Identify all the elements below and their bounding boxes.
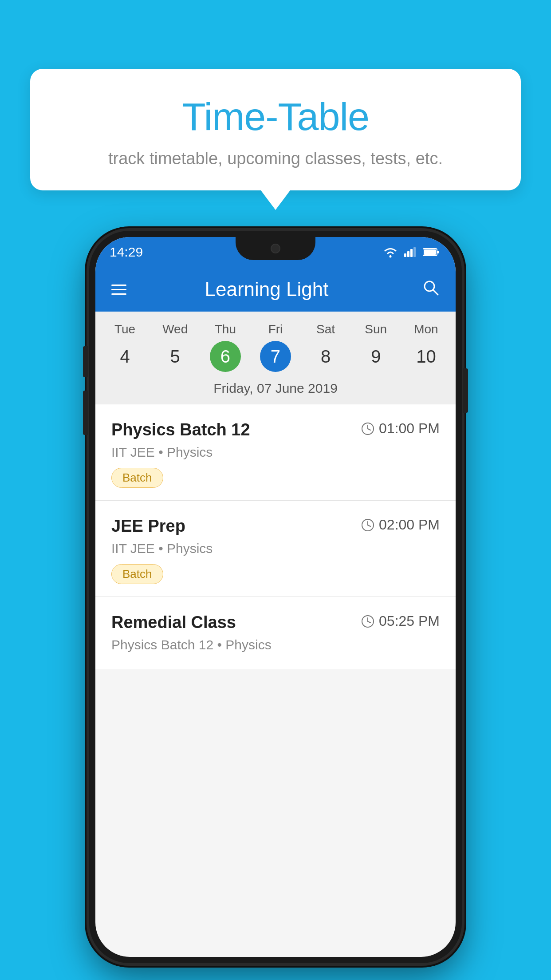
search-icon[interactable] (422, 279, 440, 300)
menu-line-2 (111, 289, 126, 290)
schedule-item-2-header: JEE Prep 02:00 PM (111, 517, 440, 536)
tooltip-subtitle: track timetable, upcoming classes, tests… (52, 149, 499, 168)
schedule-item-3-header: Remedial Class 05:25 PM (111, 613, 440, 632)
status-icons (383, 246, 440, 258)
svg-rect-2 (407, 251, 409, 257)
day-col-sun[interactable]: Sun 9 (354, 322, 398, 372)
phone-notch (236, 237, 315, 260)
battery-icon (423, 248, 440, 257)
day-number-fri: 7 (260, 341, 291, 372)
schedule-item-3-time-text: 05:25 PM (379, 613, 440, 629)
day-name-thu: Thu (215, 322, 236, 336)
svg-rect-1 (404, 253, 406, 257)
schedule-item-1[interactable]: Physics Batch 12 01:00 PM IIT JEE • Phys… (95, 404, 456, 501)
schedule-item-1-time-text: 01:00 PM (379, 420, 440, 437)
schedule-item-1-time: 01:00 PM (361, 420, 440, 437)
power-button (463, 368, 468, 413)
day-col-fri[interactable]: Fri 7 (253, 322, 298, 372)
schedule-item-2-title: JEE Prep (111, 517, 185, 536)
tooltip-card: Time-Table track timetable, upcoming cla… (30, 69, 521, 190)
front-camera (271, 244, 280, 253)
selected-date-label: Friday, 07 June 2019 (95, 372, 456, 404)
day-name-sun: Sun (365, 322, 387, 336)
signal-icon (404, 247, 417, 257)
wifi-icon (383, 246, 398, 258)
day-number-tue: 4 (110, 341, 141, 372)
clock-icon-2 (361, 518, 374, 532)
day-number-wed: 5 (160, 341, 191, 372)
day-name-mon: Mon (414, 322, 438, 336)
day-col-sat[interactable]: Sat 8 (303, 322, 348, 372)
phone-mockup: 14:29 (89, 231, 462, 963)
schedule-item-1-badge: Batch (111, 468, 163, 488)
app-title: Learning Light (126, 278, 407, 300)
svg-rect-6 (437, 251, 439, 253)
vol-down-button (83, 391, 88, 435)
schedule-item-1-title: Physics Batch 12 (111, 420, 250, 439)
app-header: Learning Light (95, 267, 456, 312)
svg-line-9 (433, 290, 438, 295)
status-time: 14:29 (110, 245, 143, 260)
schedule-list: Physics Batch 12 01:00 PM IIT JEE • Phys… (95, 404, 456, 669)
tooltip-title: Time-Table (52, 95, 499, 138)
schedule-item-2[interactable]: JEE Prep 02:00 PM IIT JEE • Physics Batc… (95, 501, 456, 597)
menu-line-3 (111, 293, 126, 295)
day-number-sun: 9 (360, 341, 391, 372)
schedule-item-1-header: Physics Batch 12 01:00 PM (111, 420, 440, 439)
svg-rect-3 (410, 249, 413, 257)
svg-line-12 (368, 429, 370, 430)
menu-button[interactable] (111, 285, 126, 295)
svg-point-0 (390, 256, 392, 258)
schedule-item-2-time: 02:00 PM (361, 517, 440, 533)
svg-rect-7 (424, 249, 436, 255)
day-col-mon[interactable]: Mon 10 (404, 322, 448, 372)
schedule-item-3-title: Remedial Class (111, 613, 236, 632)
day-col-tue[interactable]: Tue 4 (103, 322, 147, 372)
day-number-sat: 8 (310, 341, 341, 372)
clock-icon-1 (361, 422, 374, 435)
phone-screen: 14:29 (95, 237, 456, 957)
day-name-sat: Sat (316, 322, 335, 336)
menu-line-1 (111, 285, 126, 286)
phone-bezel: 14:29 (89, 231, 462, 963)
schedule-item-3[interactable]: Remedial Class 05:25 PM Physics Batch 12… (95, 597, 456, 669)
vol-up-button (83, 346, 88, 377)
schedule-item-2-time-text: 02:00 PM (379, 517, 440, 533)
day-number-thu: 6 (210, 341, 241, 372)
day-col-wed[interactable]: Wed 5 (153, 322, 197, 372)
schedule-item-3-subtitle: Physics Batch 12 • Physics (111, 637, 440, 652)
schedule-item-3-time: 05:25 PM (361, 613, 440, 629)
clock-icon-3 (361, 615, 374, 628)
svg-line-15 (368, 525, 370, 526)
calendar-strip: Tue 4 Wed 5 Thu 6 Fri 7 (95, 312, 456, 404)
day-name-tue: Tue (114, 322, 135, 336)
calendar-days-row: Tue 4 Wed 5 Thu 6 Fri 7 (95, 322, 456, 372)
day-name-wed: Wed (162, 322, 188, 336)
schedule-item-1-subtitle: IIT JEE • Physics (111, 445, 440, 460)
schedule-item-2-badge: Batch (111, 564, 163, 584)
day-number-mon: 10 (410, 341, 441, 372)
day-col-thu[interactable]: Thu 6 (203, 322, 248, 372)
schedule-item-2-subtitle: IIT JEE • Physics (111, 541, 440, 556)
svg-line-18 (368, 621, 370, 623)
svg-rect-4 (413, 247, 416, 257)
day-name-fri: Fri (268, 322, 283, 336)
